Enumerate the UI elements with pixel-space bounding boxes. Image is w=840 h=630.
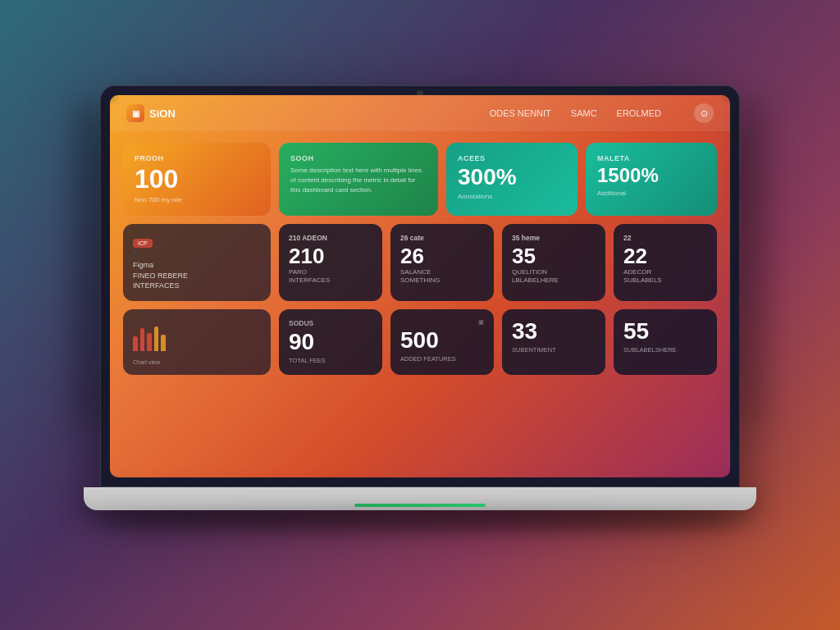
nav-item-1[interactable]: ODES NENNIT	[490, 108, 551, 118]
bottom-card1-sub: TOTAL FEES	[289, 357, 372, 366]
card-prooh-subtext: Non 700 my nile	[135, 195, 259, 204]
bottom-left-card: Chart view	[123, 309, 271, 375]
bottom-card2-label: ▣	[400, 319, 484, 326]
card-acees: ACEES 300% Annotations	[446, 143, 578, 216]
nav-items: ODES NENNIT SAMC EROLMED	[490, 108, 661, 118]
dashboard: PROOH 100 Non 700 my nile SOOH Some desc…	[110, 131, 730, 476]
chart-bar	[154, 326, 159, 351]
mid-card2-value: 26	[400, 244, 484, 268]
card-sooh-label: SOOH	[290, 154, 427, 162]
bottom-card2-value: 500	[400, 328, 484, 354]
mid-card4-unit: ADECOR SUBLABELS	[623, 268, 707, 285]
top-row: PROOH 100 Non 700 my nile SOOH Some desc…	[123, 143, 717, 216]
chart-bar	[140, 328, 145, 351]
bottom-row: Chart view SODUS 90 TOTAL FEES ▣ 500 ADD…	[123, 309, 717, 375]
mid-card3-label: 35 heme	[512, 234, 596, 242]
card-sooh: SOOH Some description text here with mul…	[279, 143, 438, 216]
mid-card1-label: 210 ADEON	[289, 234, 372, 242]
card-maleta-value: 1500%	[597, 166, 705, 185]
bottom-label: SODUS	[289, 319, 372, 327]
bottom-card1-value: 90	[289, 330, 372, 355]
laptop-wrapper: ▣ SiON ODES NENNIT SAMC EROLMED ⊙	[100, 85, 740, 545]
laptop-trackpad-line	[354, 504, 486, 507]
mid-left-top: ICP	[133, 234, 261, 250]
logo-icon: ▣	[126, 104, 144, 122]
mid-row: ICP ⬛ Figma FINEO REBERE INTERFACES 210 …	[123, 224, 717, 301]
bottom-card4-sub: SUBLABELSHERE	[623, 346, 707, 355]
mid-left-title: ⬛ Figma FINEO REBERE INTERFACES	[133, 250, 261, 291]
card-maleta-sub: Additional	[597, 189, 705, 198]
mid-card3-unit: QUELITION LBLABELHERE	[512, 268, 596, 285]
nav-avatar[interactable]: ⊙	[694, 103, 714, 123]
bottom-card-4: 55 SUBLABELSHERE	[614, 309, 717, 375]
logo-text: SiON	[149, 107, 176, 120]
chart-bar	[161, 335, 166, 351]
mid-card-1: 210 ADEON 210 PARO INTERFACES	[279, 224, 382, 301]
bottom-card-2: ▣ 500 ADDED FEATURES	[390, 309, 494, 375]
mid-badge: ICP	[133, 239, 153, 248]
mid-card3-value: 35	[512, 244, 596, 268]
card-acees-label: ACEES	[458, 154, 566, 162]
laptop-base	[84, 487, 756, 510]
mid-card-4: 22 22 ADECOR SUBLABELS	[614, 224, 717, 301]
laptop-shadow	[100, 514, 740, 530]
nav-item-2[interactable]: SAMC	[571, 108, 597, 118]
nav-logo: ▣ SiON	[126, 104, 176, 122]
mid-card-2: 26 cate 26 SALANCE SOMETHING	[390, 224, 494, 301]
mid-card4-value: 22	[623, 244, 707, 268]
chart-icon	[133, 326, 166, 351]
mid-card1-value: 210	[289, 244, 372, 268]
card-sooh-body: Some description text here with multiple…	[290, 166, 427, 195]
card-prooh-label: PROOH	[135, 154, 259, 162]
card-acees-value: 300%	[458, 166, 566, 189]
bottom-card-1: SODUS 90 TOTAL FEES	[279, 309, 382, 375]
card-maleta-label: MALETA	[597, 154, 705, 162]
bottom-card4-value: 55	[623, 319, 707, 345]
nav-item-3[interactable]: EROLMED	[617, 108, 661, 118]
bottom-card3-value: 33	[512, 319, 596, 345]
mid-card1-unit: PARO INTERFACES	[289, 268, 372, 285]
bottom-card3-sub: SUBENTIMENT	[512, 346, 596, 355]
mid-card2-unit: SALANCE SOMETHING	[400, 268, 484, 285]
bottom-card-3: 33 SUBENTIMENT	[502, 309, 605, 375]
chart-bar	[147, 333, 152, 351]
card-prooh-value: 100	[135, 166, 259, 192]
mid-card4-label: 22	[623, 234, 707, 242]
chart-label: Chart view	[133, 359, 160, 365]
card-maleta: MALETA 1500% Additional	[586, 143, 717, 216]
laptop-screen: ▣ SiON ODES NENNIT SAMC EROLMED ⊙	[100, 85, 740, 487]
card-prooh: PROOH 100 Non 700 my nile	[123, 143, 271, 216]
chart-bar	[133, 336, 138, 351]
mid-card-3: 35 heme 35 QUELITION LBLABELHERE	[502, 224, 605, 301]
mid-card2-label: 26 cate	[400, 234, 484, 242]
card-acees-sub: Annotations	[458, 192, 566, 201]
screen-content: ▣ SiON ODES NENNIT SAMC EROLMED ⊙	[110, 95, 730, 477]
nav-bar: ▣ SiON ODES NENNIT SAMC EROLMED ⊙	[110, 95, 730, 131]
bottom-card2-sub: ADDED FEATURES	[400, 355, 484, 364]
mid-left-card: ICP ⬛ Figma FINEO REBERE INTERFACES	[123, 224, 271, 301]
